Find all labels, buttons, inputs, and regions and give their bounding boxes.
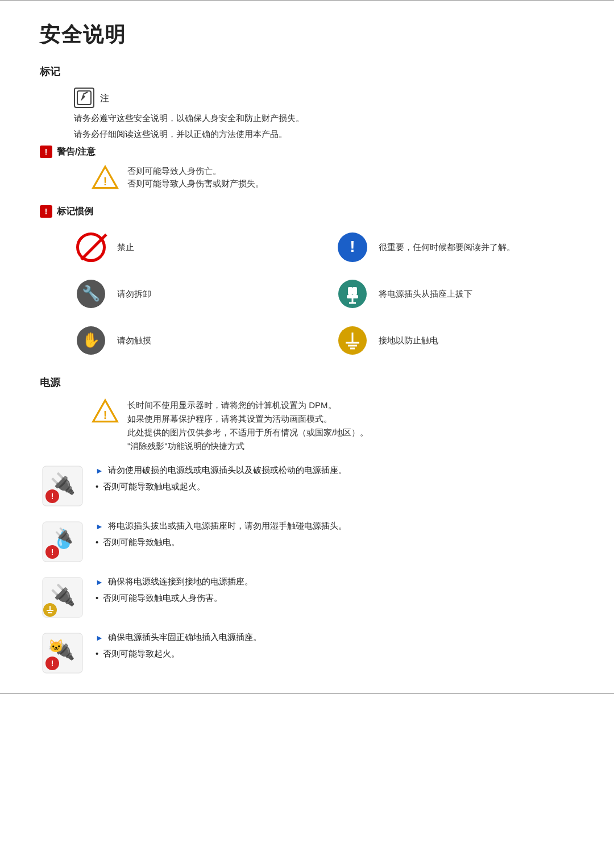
power-item-1-svg: 🔌 ! [40,463,85,509]
power-item-4-sub: • 否则可能导致起火。 [96,647,574,661]
power-item-4-content: ► 确保电源插头牢固正确地插入电源插座。 • 否则可能导致起火。 [96,630,574,660]
section-biaoji-title: 标记 [40,64,574,80]
power-item-2-content: ► 将电源插头拔出或插入电源插座时，请勿用湿手触碰电源插头。 • 否则可能导致触… [96,519,574,549]
top-divider [0,0,614,1]
note-label: 注 [100,88,109,106]
important-icon-wrap: ! [335,230,370,264]
svg-rect-8 [352,287,357,295]
power-item-3-img: 🔌 [40,575,85,620]
power-item-3-sub: • 否则可能导致触电或人身伤害。 [96,591,574,605]
power-item-3-svg: 🔌 [40,575,85,620]
power-section: 电源 ! 长时间不使用显示器时，请将您的计算机设置为 DPM。 如果使用屏幕保护… [40,375,574,676]
svg-text:!: ! [103,409,107,421]
triangle-text-block: 否则可能导致人身伤亡。 否则可能导致人身伤害或财产损失。 [127,165,264,190]
blue-arrow-4: ► [96,632,103,644]
main-title: 安全说明 [40,18,574,51]
plugout-icon-wrap [335,277,370,311]
symbols-grid: 禁止 ! 很重要，任何时候都要阅读并了解。 🔧 请勿拆卸 [74,230,574,358]
bullet-1: • [96,480,98,493]
svg-rect-7 [348,287,352,295]
power-item-3-sub-text: 否则可能导致触电或人身伤害。 [103,591,222,605]
bullet-2: • [96,535,98,549]
plugout-icon [338,279,367,309]
symbol-plugout: 将电源插头从插座上拔下 [335,277,574,311]
power-item-2-svg: 💧 🔌 ! [40,519,85,564]
note-text-2: 请务必仔细阅读这些说明，并以正确的方法使用本产品。 [74,127,574,141]
power-item-3: 🔌 ► 确保将电源线连接到接地的电源插座。 [40,575,574,620]
power-item-3-main: ► 确保将电源线连接到接地的电源插座。 [96,575,574,588]
power-item-4-main: ► 确保电源插头牢固正确地插入电源插座。 [96,630,574,644]
page-wrapper: 安全说明 标记 注 请务必遵守这些安全说明，以确保人身安全和防止财产损失。 请务… [0,0,614,868]
note-icon [74,88,94,108]
triangle-icon-1: ! [91,165,119,194]
touch-icon: ✋ [76,326,106,355]
power-item-1-img: 🔌 ! [40,463,85,509]
power-items: 🔌 ! ► 请勿使用破损的电源线或电源插头以及破损或松动的电源插座。 • 否则可 [40,463,574,676]
triangle-text-2: 否则可能导致人身伤害或财产损失。 [127,177,264,190]
touch-icon-wrap: ✋ [74,323,108,358]
power-warning-block: ! 长时间不使用显示器时，请将您的计算机设置为 DPM。 如果使用屏幕保护程序，… [91,398,574,453]
power-item-4-img: 🔌 🐱 ! [40,630,85,676]
symbol-disassemble: 🔧 请勿拆卸 [74,277,313,311]
triangle-warning-1: ! 否则可能导致人身伤亡。 否则可能导致人身伤害或财产损失。 [91,165,574,194]
note-block: 注 [74,88,574,108]
pencil-icon [76,90,92,106]
symbol-touch: ✋ 请勿触摸 [74,323,313,358]
svg-text:!: ! [103,175,107,188]
svg-text:!: ! [51,492,54,501]
power-item-2-sub-text: 否则可能导致触电。 [103,535,180,549]
power-item-1-main-text: 请勿使用破损的电源线或电源插头以及破损或松动的电源插座。 [108,463,347,477]
bullet-4: • [96,647,98,661]
power-warn-text-1: 长时间不使用显示器时，请将您的计算机设置为 DPM。 [127,398,368,412]
habits-warning-icon: ! [40,205,52,218]
svg-rect-9 [347,295,358,298]
power-item-4-main-text: 确保电源插头牢固正确地插入电源插座。 [108,630,262,644]
svg-text:🔌: 🔌 [50,583,76,607]
power-item-2-sub: • 否则可能导致触电。 [96,535,574,549]
svg-text:🔧: 🔧 [82,284,101,302]
warning-block: ! 警告/注意 [40,144,574,159]
triangle-svg-1: ! [91,165,119,190]
ground-icon [338,326,367,355]
svg-text:✋: ✋ [82,331,101,349]
subsection-habits-title: ! 标记惯例 [40,204,574,219]
power-item-1: 🔌 ! ► 请勿使用破损的电源线或电源插头以及破损或松动的电源插座。 • 否则可 [40,463,574,509]
no-sign-icon-wrap [74,230,108,264]
symbol-disassemble-text: 请勿拆卸 [117,288,151,300]
symbol-no-sign: 禁止 [74,230,313,264]
blue-arrow-2: ► [96,520,103,533]
note-text-1: 请务必遵守这些安全说明，以确保人身安全和防止财产损失。 [74,111,574,125]
bullet-3: • [96,591,98,605]
power-item-1-main: ► 请勿使用破损的电源线或电源插头以及破损或松动的电源插座。 [96,463,574,477]
triangle-text-1: 否则可能导致人身伤亡。 [127,165,264,178]
power-item-3-content: ► 确保将电源线连接到接地的电源插座。 • 否则可能导致触电或人身伤害。 [96,575,574,604]
power-item-1-content: ► 请勿使用破损的电源线或电源插头以及破损或松动的电源插座。 • 否则可能导致触… [96,463,574,493]
power-item-3-main-text: 确保将电源线连接到接地的电源插座。 [108,575,253,588]
disassemble-icon: 🔧 [76,279,106,309]
blue-arrow-3: ► [96,576,103,588]
symbol-plugout-text: 将电源插头从插座上拔下 [379,288,472,300]
svg-text:!: ! [51,547,54,556]
power-triangle-icon: ! [91,398,119,427]
svg-text:🐱: 🐱 [48,638,64,654]
ground-icon-wrap [335,323,370,358]
bottom-divider [0,693,614,694]
warning-icon: ! [40,146,52,158]
symbol-no-sign-text: 禁止 [117,241,134,253]
power-item-4-sub-text: 否则可能导致起火。 [103,647,180,661]
power-item-4: 🔌 🐱 ! ► 确保电源插头牢固正确地插入电源插座。 • [40,630,574,676]
warning-label: 警告/注意 [57,144,96,159]
power-item-2-img: 💧 🔌 ! [40,519,85,564]
no-sign-icon [76,232,106,262]
important-icon: ! [338,232,367,262]
habits-label: 标记惯例 [57,204,93,219]
symbol-important: ! 很重要，任何时候都要阅读并了解。 [335,230,574,264]
power-item-2-main: ► 将电源插头拔出或插入电源插座时，请勿用湿手触碰电源插头。 [96,519,574,533]
blue-arrow-1: ► [96,464,103,477]
power-item-2: 💧 🔌 ! ► 将电源插头拔出或插入电源插座时，请勿用湿手触碰电源插头。 • [40,519,574,564]
content: 安全说明 标记 注 请务必遵守这些安全说明，以确保人身安全和防止财产损失。 请务… [0,18,614,676]
svg-line-1 [83,92,88,94]
svg-text:!: ! [51,659,54,668]
power-text-block: 长时间不使用显示器时，请将您的计算机设置为 DPM。 如果使用屏幕保护程序，请将… [127,398,368,453]
section-power-title: 电源 [40,375,574,391]
